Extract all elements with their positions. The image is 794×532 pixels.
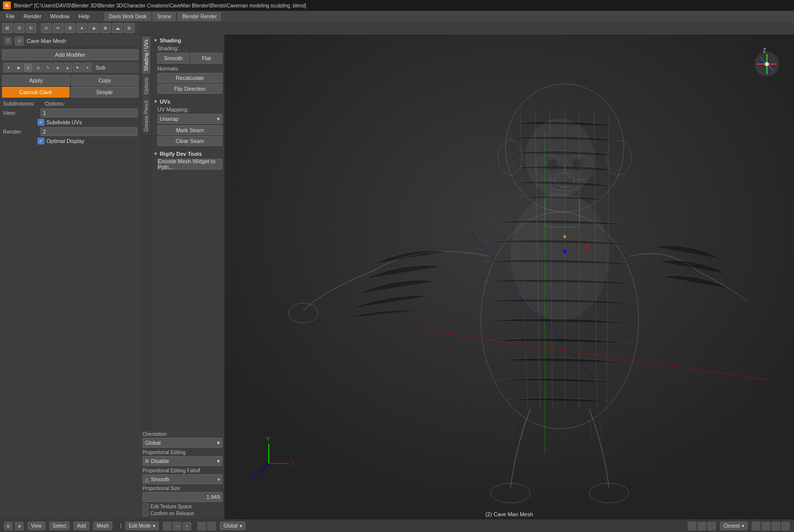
vtab-options[interactable]: Options [142,74,150,97]
toolbar-btn-4[interactable]: ⊙ [41,23,52,33]
mesh-button[interactable]: Mesh [93,522,112,530]
orientation-dropdown-bottom[interactable]: Global ▾ [220,522,246,530]
workspace-davis[interactable]: Davis Work Desk [105,12,151,21]
proportional-icon[interactable] [207,522,216,531]
select-button[interactable]: Select [49,522,70,530]
prop-size-row[interactable]: 1.949 [143,492,222,502]
prop-falloff-label: Proportional Editing Falloff [143,468,222,473]
mode-label: Edit Mode [129,523,151,529]
magnet-icon[interactable] [752,522,760,531]
camera-icon[interactable] [761,522,770,531]
disable-dot [145,459,149,463]
falloff-icon: △ [145,477,149,482]
add-button[interactable]: Add [73,522,89,530]
orientation-arrow: ▾ [217,440,220,446]
orientation-dropdown[interactable]: Global ▾ [143,438,222,448]
workspace-scene[interactable]: Scene [153,12,176,21]
snap-icon[interactable] [197,522,206,531]
toolbar-btn-9[interactable]: ⊕ [100,23,111,33]
disable-label: Disable [151,458,169,464]
mod-label-icon[interactable]: S [24,63,33,72]
uvs-title: UVs [160,99,170,105]
subdivide-uvs-checkbox[interactable]: ✓ [37,119,44,126]
vtab-shading-uvs[interactable]: Shading / UVs [142,36,150,74]
render-icon[interactable] [687,522,696,531]
menu-bar: File Render Window Help Davis Work Desk … [0,11,794,22]
left-panel: ▽ ◎ Cave Man Mesh Add Modifier ▾ ◉ S ◎ ✎… [0,35,141,519]
vtab-grease-pencil[interactable]: Grease Pencil [142,98,150,135]
catmull-clark-button[interactable]: Catmull-Clark [2,87,70,98]
mod-expand-icon[interactable]: ▾ [4,63,13,72]
toolbar-btn-8[interactable]: ◈ [88,23,99,33]
unwrap-dropdown[interactable]: Unwrap ▾ [157,114,222,124]
closest-dropdown[interactable]: Closest ▾ [720,522,748,530]
simple-button[interactable]: Simple [71,87,139,98]
toolbar-btn-6[interactable]: ⚙ [65,23,75,33]
mod-up-icon[interactable]: ▲ [63,63,72,72]
obj-vis-icon[interactable]: ◎ [15,36,24,45]
prop-editing-dropdown[interactable]: Disable ▾ [143,456,222,466]
status-icon2: ◈ [15,522,24,531]
right-status-icons [687,522,716,531]
flip-direction-button[interactable]: Flip Direction [157,84,222,94]
shading-icon[interactable] [697,522,706,531]
uvs-triangle: ▼ [153,99,158,104]
face-mode-icon[interactable]: ▪ [182,522,191,531]
view-button[interactable]: View [28,522,45,530]
view-value[interactable]: 1 [40,108,138,117]
status-bar: ⊕ ◈ View Select Add Mesh | Edit Mode ▾ ·… [0,519,794,532]
toolbar-btn-7[interactable]: ♦ [76,23,87,33]
mode-dropdown[interactable]: Edit Mode ▾ [125,522,159,530]
subdivide-uvs-row: ✓ Subdivide UVs [37,119,138,126]
confirm-release-checkbox[interactable] [143,510,148,516]
menu-window[interactable]: Window [46,12,73,20]
edge-mode-icon[interactable]: — [173,522,181,531]
toolbar-btn-10[interactable]: ☁ [112,23,123,33]
flat-button[interactable]: Flat [190,53,222,64]
toolbar-btn-1[interactable]: ⊞ [2,23,13,33]
prop-editing-arrow: ▾ [217,458,220,464]
mod-eye-icon[interactable]: ◎ [34,63,42,72]
mod-render-icon[interactable]: ◉ [14,63,23,72]
mod-render2-icon[interactable]: ◈ [53,63,62,72]
closest-label: Closest [723,523,740,529]
pivot-icon[interactable] [707,522,716,531]
edit-texture-checkbox[interactable] [143,503,148,509]
svg-text:Y: Y [266,436,270,443]
mod-edit-icon[interactable]: ✎ [43,63,52,72]
encode-mesh-button[interactable]: Encode Mesh Widget to Pyth... [157,159,222,170]
recalculate-button[interactable]: Recalculate [157,73,222,83]
toolbar-btn-5[interactable]: ✏ [53,23,64,33]
toolbar-btn-3[interactable]: ↻ [26,23,36,33]
blender-icon: B [3,1,11,9]
info-icon[interactable] [781,522,790,531]
options-area: Subdivisions: Options: View: 1 ✓ Subdivi… [0,99,141,148]
mod-close-icon[interactable]: ✕ [83,63,92,72]
closest-arrow: ▾ [742,523,744,529]
svg-point-20 [547,159,557,171]
mod-down-icon[interactable]: ▼ [73,63,82,72]
falloff-row[interactable]: △ Smooth ▾ [143,474,222,484]
orientation-label: Orientation [143,431,222,437]
clock-icon[interactable] [771,522,780,531]
menu-help[interactable]: Help [74,12,94,20]
prop-size-label: Proportional Size [143,486,222,491]
vert-mode-icon[interactable]: · [163,522,172,531]
clear-seam-button[interactable]: Clear Seam [157,136,222,146]
smooth-button[interactable]: Smooth [157,53,189,64]
copy-button[interactable]: Copy [71,75,139,86]
menu-render[interactable]: Render [20,12,45,20]
mark-seam-button[interactable]: Mark Seam [157,125,222,135]
render-row: Render: 2 [3,127,138,136]
apply-button[interactable]: Apply [2,75,70,86]
render-value[interactable]: 2 [40,127,138,136]
viewport[interactable]: User Persp Meters [224,35,794,519]
toolbar-btn-11[interactable]: ⊗ [124,23,135,33]
shading-title: Shading [160,37,181,43]
optimal-display-checkbox[interactable]: ✓ [37,138,44,144]
toolbar-btn-2[interactable]: ↺ [14,23,25,33]
add-modifier-button[interactable]: Add Modifier [2,49,139,60]
falloff-arrow: ▾ [217,477,220,482]
menu-file[interactable]: File [2,12,19,20]
workspace-render[interactable]: Blender Render [178,12,221,21]
